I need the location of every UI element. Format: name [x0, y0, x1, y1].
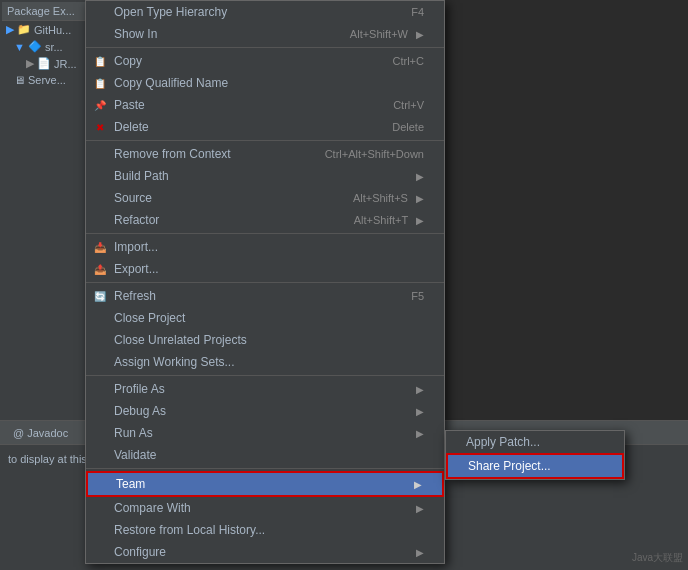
menu-item-run-as[interactable]: Run As ▶: [86, 422, 444, 444]
menu-item-paste[interactable]: 📌 Paste Ctrl+V: [86, 94, 444, 116]
tab-javadoc[interactable]: @ Javadoc: [5, 425, 76, 441]
menu-item-source[interactable]: Source Alt+Shift+S ▶: [86, 187, 444, 209]
delete-icon: ✖: [92, 119, 108, 135]
menu-item-copy-qualified-name[interactable]: 📋 Copy Qualified Name: [86, 72, 444, 94]
menu-item-copy[interactable]: 📋 Copy Ctrl+C: [86, 50, 444, 72]
menu-item-remove-from-context[interactable]: Remove from Context Ctrl+Alt+Shift+Down: [86, 143, 444, 165]
copy-qualified-icon: 📋: [92, 75, 108, 91]
submenu-item-apply-patch[interactable]: Apply Patch...: [446, 431, 624, 453]
separator-4: [86, 282, 444, 283]
submenu-arrow-configure: ▶: [416, 547, 424, 558]
menu-item-refactor[interactable]: Refactor Alt+Shift+T ▶: [86, 209, 444, 231]
package-explorer-title: Package Ex...: [2, 2, 97, 21]
submenu-arrow-compare: ▶: [416, 503, 424, 514]
menu-item-import[interactable]: 📥 Import...: [86, 236, 444, 258]
menu-item-open-type-hierarchy[interactable]: Open Type Hierarchy F4: [86, 1, 444, 23]
export-icon: 📤: [92, 261, 108, 277]
import-icon: 📥: [92, 239, 108, 255]
team-submenu: Apply Patch... Share Project...: [445, 430, 625, 480]
submenu-arrow-profile: ▶: [416, 384, 424, 395]
menu-item-close-project[interactable]: Close Project: [86, 307, 444, 329]
pe-tree-item-4: 🖥 Serve...: [2, 72, 97, 88]
menu-item-build-path[interactable]: Build Path ▶: [86, 165, 444, 187]
copy-icon: 📋: [92, 53, 108, 69]
pe-tree-item-3: ▶ 📄 JR...: [2, 55, 97, 72]
menu-item-assign-working-sets[interactable]: Assign Working Sets...: [86, 351, 444, 373]
menu-item-profile-as[interactable]: Profile As ▶: [86, 378, 444, 400]
refresh-icon: 🔄: [92, 288, 108, 304]
menu-item-restore-local-history[interactable]: Restore from Local History...: [86, 519, 444, 541]
separator-3: [86, 233, 444, 234]
menu-item-close-unrelated[interactable]: Close Unrelated Projects: [86, 329, 444, 351]
watermark: Java大联盟: [632, 551, 683, 565]
separator-1: [86, 47, 444, 48]
menu-item-refresh[interactable]: 🔄 Refresh F5: [86, 285, 444, 307]
separator-6: [86, 468, 444, 469]
menu-item-delete[interactable]: ✖ Delete Delete: [86, 116, 444, 138]
submenu-arrow-build-path: ▶: [416, 171, 424, 182]
menu-item-debug-as[interactable]: Debug As ▶: [86, 400, 444, 422]
pe-tree-item-2: ▼ 🔷 sr...: [2, 38, 97, 55]
separator-2: [86, 140, 444, 141]
menu-item-compare-with[interactable]: Compare With ▶: [86, 497, 444, 519]
pe-tree-item-1: ▶ 📁 GitHu...: [2, 21, 97, 38]
submenu-arrow-run: ▶: [416, 428, 424, 439]
submenu-arrow-team: ▶: [414, 479, 422, 490]
paste-icon: 📌: [92, 97, 108, 113]
separator-5: [86, 375, 444, 376]
menu-item-show-in[interactable]: Show In Alt+Shift+W ▶: [86, 23, 444, 45]
menu-item-team[interactable]: Team ▶: [86, 471, 444, 497]
menu-item-validate[interactable]: Validate: [86, 444, 444, 466]
menu-item-export[interactable]: 📤 Export...: [86, 258, 444, 280]
submenu-item-share-project[interactable]: Share Project...: [446, 453, 624, 479]
context-menu: Open Type Hierarchy F4 Show In Alt+Shift…: [85, 0, 445, 564]
submenu-arrow-debug: ▶: [416, 406, 424, 417]
menu-item-configure[interactable]: Configure ▶: [86, 541, 444, 563]
